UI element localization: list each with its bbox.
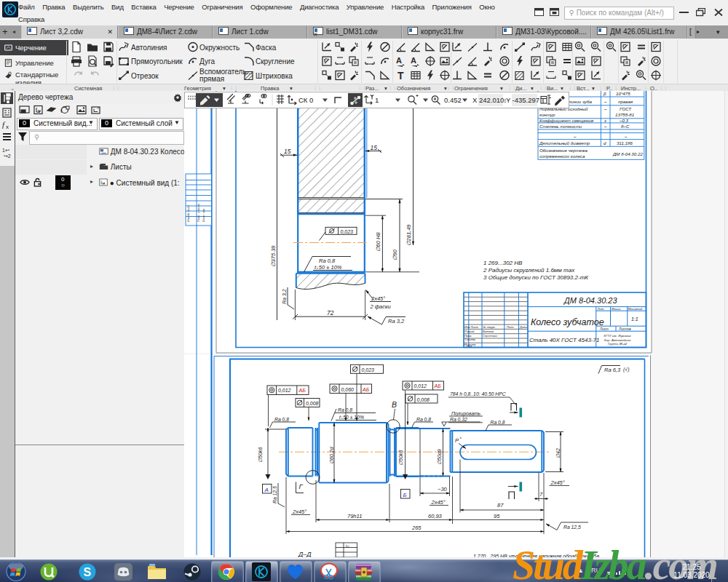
svg-text:2 фаски: 2 фаски [370, 303, 392, 310]
svg-text:242.010⁝: 242.010⁝ [479, 96, 506, 104]
svg-text:Изм Лист: Изм Лист [464, 325, 478, 329]
svg-text:∅42: ∅42 [555, 448, 561, 458]
svg-text:АБ: АБ [434, 383, 442, 388]
svg-text:Ra 6,3: Ra 6,3 [604, 367, 621, 373]
svg-text:2x45°: 2x45° [371, 295, 385, 302]
svg-text:Ra 0,8: Ra 0,8 [491, 420, 505, 425]
svg-text:Ra 12,5: Ra 12,5 [563, 525, 581, 530]
svg-text:0,023: 0,023 [362, 367, 375, 372]
svg-text:ДМ 8-04.30.22: ДМ 8-04.30.22 [612, 151, 643, 156]
svg-text:0,023: 0,023 [341, 229, 354, 234]
svg-text:Ra 0,8: Ra 0,8 [416, 417, 431, 422]
svg-text:ДМ 8-04.30.23: ДМ 8-04.30.23 [563, 296, 617, 305]
svg-text:↪2: ↪2 [4, 154, 11, 159]
svg-text:Степень точности: Степень точности [539, 124, 582, 129]
svg-text:Листов: Листов [618, 327, 631, 331]
svg-text:СК 0: СК 0 [298, 96, 313, 104]
svg-text:Делительный диаметр: Делительный диаметр [539, 140, 590, 146]
svg-text:Разраб.: Разраб. [464, 330, 475, 333]
svg-text:1 270...295 НВ улучшенная на: 1 270...295 НВ улучшенная наружная обраб… [473, 554, 599, 558]
svg-text:ГОСТ: ГОСТ [620, 106, 632, 111]
svg-text:Полировать: Полировать [451, 411, 481, 417]
svg-text:∅50d9: ∅50d9 [437, 449, 442, 465]
svg-text:Ra 0,8: Ra 0,8 [338, 407, 352, 412]
svg-text:0.452: 0.452 [444, 96, 462, 104]
svg-text:95: 95 [494, 513, 500, 519]
svg-text:Колесо зубчатое: Колесо зубчатое [531, 317, 604, 327]
svg-text:0,012: 0,012 [278, 388, 291, 393]
svg-text:–: – [624, 134, 628, 139]
svg-text:сопряженного колеса: сопряженного колеса [539, 154, 585, 159]
svg-text:Ra 0,32: Ra 0,32 [450, 417, 467, 422]
svg-text:Утв.: Утв. [466, 344, 472, 348]
svg-text:Р: Р [455, 437, 459, 444]
svg-text:Инв.№ подл.: Инв.№ подл. [186, 204, 190, 222]
svg-text:2x45°: 2x45° [431, 499, 446, 506]
svg-text:№ докум.: № докум. [483, 325, 496, 329]
svg-text:0,060: 0,060 [341, 387, 355, 392]
svg-text:–: – [573, 134, 577, 139]
svg-text:2x45°: 2x45° [550, 479, 565, 486]
svg-text:β: β [603, 91, 606, 96]
svg-text:Б: Б [403, 492, 407, 498]
svg-text:–: – [604, 124, 607, 129]
svg-text:Пров.: Пров. [464, 334, 472, 338]
svg-text:2 Радиусы скруглений 1.6мм max: 2 Радиусы скруглений 1.6мм max [483, 267, 575, 274]
svg-text:1↩: 1↩ [2, 148, 9, 153]
svg-text:t↓50 ± 10%: t↓50 ± 10% [339, 415, 364, 420]
svg-text:13755-81: 13755-81 [615, 112, 634, 117]
svg-text:2x45°: 2x45° [292, 509, 306, 515]
svg-text:Д–Д: Д–Д [298, 551, 312, 557]
svg-text:Т.контр: Т.контр [464, 338, 476, 341]
svg-text:АБ: АБ [298, 388, 306, 393]
svg-text:А: А [264, 487, 269, 493]
svg-text:Взам. инв.: Взам. инв. [202, 208, 205, 222]
svg-text:265: 265 [411, 525, 422, 531]
svg-text:(√): (√) [623, 367, 630, 372]
svg-text:Дата: Дата [519, 325, 528, 329]
svg-text:10°475: 10°475 [616, 91, 630, 96]
svg-text:3 Общие допуски по ГОСТ 30893.: 3 Общие допуски по ГОСТ 30893.2-mК [483, 274, 589, 281]
svg-text:Обозначение чертежа: Обозначение чертежа [539, 148, 587, 153]
svg-text:∅60,2d: ∅60,2d [329, 446, 334, 464]
svg-text:784 h 0,8..10: 40.50 HPC: 784 h 0,8..10: 40.50 HPC [450, 391, 506, 396]
svg-text:-435.297: -435.297 [513, 96, 540, 104]
svg-text:∅50k6: ∅50k6 [258, 447, 263, 463]
svg-text:0,012: 0,012 [414, 383, 427, 388]
svg-text:Лит.: Лит. [597, 307, 605, 311]
svg-text:контур: контур [539, 112, 555, 117]
svg-text:АБ: АБ [362, 387, 370, 392]
svg-text:~30: ~30 [438, 486, 448, 493]
svg-text:1 269...302 НВ: 1 269...302 НВ [483, 260, 523, 266]
svg-text:Ra 12,5: Ra 12,5 [272, 486, 277, 503]
svg-text:0,008: 0,008 [417, 397, 430, 402]
svg-text:Масштаб: Масштаб [628, 307, 643, 311]
svg-text:–: – [604, 106, 607, 111]
svg-text:В: В [392, 400, 397, 409]
svg-text:X: X [472, 96, 478, 104]
svg-text:–0,3: –0,3 [619, 118, 629, 123]
svg-text:Подп.: Подп. [507, 325, 515, 329]
svg-text:1:1: 1:1 [631, 316, 638, 322]
svg-text:∅375.39: ∅375.39 [270, 245, 277, 267]
svg-text:–: – [604, 99, 607, 104]
svg-text:ХГТУ им. Жуковав: ХГТУ им. Жуковав [603, 334, 631, 338]
svg-text:79h11: 79h11 [347, 513, 362, 519]
svg-text:1: 1 [375, 96, 379, 104]
svg-text:∅50k6: ∅50k6 [398, 450, 403, 466]
svg-text:87: 87 [497, 502, 504, 509]
svg-text:72: 72 [327, 309, 334, 316]
svg-text:15: 15 [371, 144, 378, 151]
svg-text:∅281,49: ∅281,49 [405, 224, 412, 246]
svg-text:Волчков: Волчков [483, 330, 494, 333]
svg-text:∅60 H8: ∅60 H8 [375, 232, 381, 252]
svg-text:Ra 0,8: Ra 0,8 [319, 258, 336, 264]
svg-text:Ra 3,2: Ra 3,2 [282, 289, 287, 304]
svg-text:правая: правая [618, 99, 633, 104]
svg-text:d: d [604, 140, 606, 146]
svg-text:Ra 0,8: Ra 0,8 [274, 417, 289, 422]
svg-text:8–С: 8–С [621, 124, 630, 129]
svg-text:0,008: 0,008 [306, 401, 319, 406]
svg-text:Кар. Автомобили: Кар. Автомобили [604, 338, 631, 342]
svg-text:Масса: Масса [612, 307, 621, 311]
